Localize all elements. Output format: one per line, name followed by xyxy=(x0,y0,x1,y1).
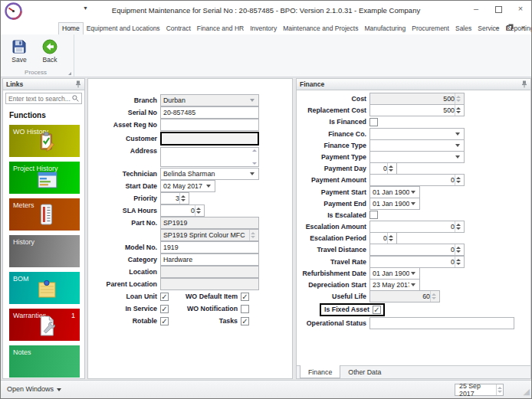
open-windows-dropdown[interactable]: Open Windows xyxy=(7,385,61,393)
useful-life-spinner[interactable]: 60 xyxy=(369,290,440,303)
spinner-arrows-icon[interactable] xyxy=(496,384,503,395)
tile-meters[interactable]: Meters xyxy=(9,198,80,231)
payment-end-dropdown[interactable]: 01 Jan 1900 xyxy=(369,198,420,210)
tab-equipment-and-locations[interactable]: Equipment and Locations xyxy=(84,23,163,34)
priority-spinner[interactable]: 3 xyxy=(160,192,189,204)
field-row-part-description: SP1919 Sprint Colour MFC xyxy=(88,230,292,240)
travel-distance-spinner[interactable]: 0 xyxy=(369,244,465,256)
operational-status-input[interactable] xyxy=(369,317,514,329)
rotable-checkbox[interactable]: ✓ xyxy=(160,317,169,325)
part-description-field[interactable]: SP1919 Sprint Colour MFC xyxy=(160,229,259,241)
location-field[interactable] xyxy=(160,266,259,278)
loan-unit-checkbox[interactable]: ✓ xyxy=(160,293,169,301)
tile-bom[interactable]: BOM xyxy=(9,272,80,304)
tab-maintenance-and-projects[interactable]: Maintenance and Projects xyxy=(280,23,361,34)
is-escalated-label: Is Escalated xyxy=(297,211,369,219)
chevron-down-icon xyxy=(454,152,461,162)
tab-contract[interactable]: Contract xyxy=(163,23,194,34)
back-button[interactable]: Back xyxy=(36,38,64,64)
textbox-scroll-icons[interactable] xyxy=(252,149,257,165)
payment-amount-spinner[interactable]: 0 xyxy=(369,174,465,186)
spinner-arrows-icon[interactable] xyxy=(455,257,461,267)
spinner-arrows-icon[interactable] xyxy=(387,163,394,174)
pin-icon[interactable] xyxy=(521,80,527,88)
is-financed-checkbox[interactable] xyxy=(369,118,378,126)
save-button[interactable]: Save xyxy=(5,38,33,64)
tab-inventory[interactable]: Inventory xyxy=(247,23,280,34)
tab-finance-and-hr[interactable]: Finance and HR xyxy=(194,23,247,34)
spinner-arrows-icon[interactable] xyxy=(455,105,461,116)
escalation-amount-spinner[interactable]: 0 xyxy=(369,221,465,233)
project-window-icon xyxy=(38,172,57,188)
tab-procurement[interactable]: Procurement xyxy=(409,23,452,34)
wo-notification-label: WO Notification xyxy=(169,305,241,312)
tab-home[interactable]: Home xyxy=(58,22,84,34)
finance-type-dropdown[interactable] xyxy=(369,139,465,152)
tile-wo-history[interactable]: WO History xyxy=(9,125,80,157)
category-field[interactable]: Hardware xyxy=(160,253,259,266)
chevron-down-icon xyxy=(409,280,417,290)
tasks-checkbox[interactable]: ✓ xyxy=(241,317,249,325)
finance-type-label: Finance Type xyxy=(297,142,369,149)
payment-type-label: Payment Type xyxy=(297,153,369,161)
parent-location-field[interactable] xyxy=(160,278,259,290)
tile-history[interactable]: History xyxy=(9,235,80,267)
is-escalated-checkbox[interactable] xyxy=(369,211,378,219)
start-date-dropdown[interactable]: 02 May 2017 xyxy=(160,180,215,192)
wo-default-item-checkbox[interactable]: ✓ xyxy=(241,293,249,301)
tab-manufacturing[interactable]: Manufacturing xyxy=(361,23,409,34)
spinner-arrows-icon[interactable] xyxy=(455,175,461,185)
spinner-arrows-icon[interactable] xyxy=(179,193,186,204)
field-row-depreciation-start: Depreciation Start 23 May 2017 xyxy=(297,280,530,290)
technician-dropdown[interactable]: Belinda Sharman xyxy=(160,168,259,180)
replacement-cost-spinner[interactable]: 500 xyxy=(369,104,465,116)
asset-reg-no-input[interactable] xyxy=(160,119,259,131)
maximize-button[interactable] xyxy=(492,4,504,15)
customer-input-highlighted[interactable] xyxy=(160,132,259,146)
depreciation-start-dropdown[interactable]: 23 May 2017 xyxy=(369,279,420,291)
address-textarea[interactable] xyxy=(160,147,259,167)
tab-sales[interactable]: Sales xyxy=(452,23,475,34)
payment-type-dropdown[interactable] xyxy=(369,151,465,163)
model-no-field[interactable]: 1919 xyxy=(160,241,259,253)
cost-spinner[interactable]: 500 xyxy=(369,93,465,105)
tab-other-data[interactable]: Other Data xyxy=(340,366,389,378)
status-date-spinner[interactable]: 25 Sep 2017 xyxy=(455,384,504,396)
sla-hours-spinner[interactable]: 0 xyxy=(160,204,205,217)
payment-amount-label: Payment Amount xyxy=(297,176,369,184)
finance-co-dropdown[interactable] xyxy=(369,128,465,140)
spinner-arrows-icon[interactable] xyxy=(195,205,202,216)
mdi-restore-icon[interactable] xyxy=(507,25,512,31)
branch-dropdown[interactable]: Durban xyxy=(160,94,259,106)
pin-icon[interactable] xyxy=(75,80,81,88)
resize-grip-icon[interactable]: ◢ xyxy=(524,387,530,397)
spinner-arrows-icon[interactable] xyxy=(455,244,461,255)
tile-project-history[interactable]: Project History xyxy=(9,162,80,194)
refurbishment-date-dropdown[interactable]: 01 Jan 1900 xyxy=(369,267,420,280)
part-no-field[interactable]: SP1919 xyxy=(160,217,259,229)
in-service-checkbox[interactable]: ✓ xyxy=(160,305,169,313)
spinner-arrows-icon[interactable] xyxy=(455,221,461,232)
wo-notification-checkbox[interactable] xyxy=(241,305,249,313)
travel-rate-spinner[interactable]: 0 xyxy=(369,256,465,268)
useful-life-label: Useful Life xyxy=(297,293,369,300)
tab-finance-bottom[interactable]: Finance xyxy=(300,365,340,378)
is-fixed-asset-checkbox[interactable]: ✓ xyxy=(373,306,381,314)
search-icon[interactable] xyxy=(72,95,79,102)
payment-start-dropdown[interactable]: 01 Jan 1900 xyxy=(369,186,420,198)
escalation-period-spinner[interactable]: 0 xyxy=(369,232,397,244)
search-input[interactable] xyxy=(8,95,72,103)
clipboard-check-icon xyxy=(38,132,55,152)
tile-notes[interactable]: Notes xyxy=(9,345,80,378)
tile-warranties[interactable]: Warranties 1 xyxy=(9,309,80,341)
status-bar: Open Windows 25 Sep 2017 ◢ xyxy=(1,380,531,398)
close-button[interactable]: × xyxy=(514,4,527,15)
field-row-payment-start: Payment Start 01 Jan 1900 xyxy=(297,187,530,198)
mdi-minimize-button[interactable]: – xyxy=(495,24,499,31)
minimize-button[interactable]: – xyxy=(470,4,482,15)
dialog-launcher-icon[interactable] xyxy=(68,72,71,75)
serial-no-input[interactable] xyxy=(160,106,259,119)
spinner-arrows-icon[interactable] xyxy=(387,233,394,244)
payment-day-spinner[interactable]: 0 xyxy=(369,162,397,175)
mdi-close-button[interactable]: × xyxy=(521,24,525,31)
